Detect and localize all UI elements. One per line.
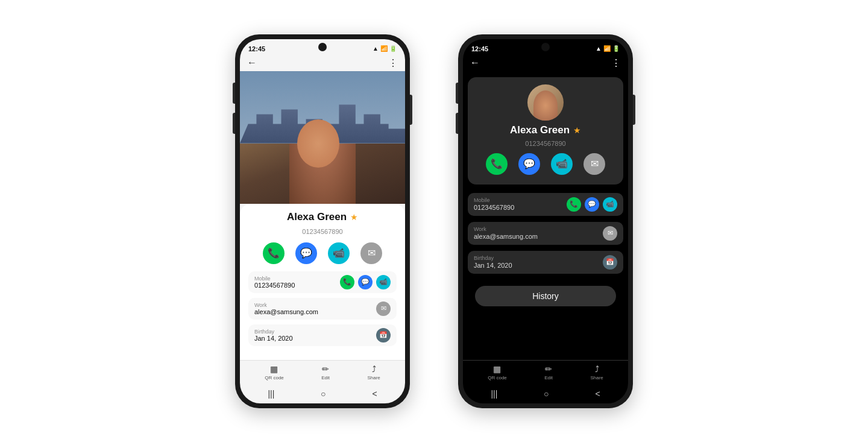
work-mail-btn-light[interactable]: ✉	[376, 302, 391, 316]
mobile-video-btn-dark[interactable]: 📹	[603, 197, 617, 212]
star-icon-light: ★	[350, 212, 358, 222]
hero-image-light	[240, 71, 405, 204]
menu-nav-light[interactable]: |||	[268, 389, 274, 399]
work-label-dark: Work	[474, 226, 538, 232]
spacer-dark	[463, 317, 628, 360]
contact-name-row-light: Alexa Green ★	[248, 211, 397, 223]
work-section-dark: Work alexa@samsung.com ✉	[468, 222, 623, 245]
qr-code-label-dark: QR code	[488, 375, 507, 380]
mobile-msg-btn-light[interactable]: 💬	[358, 275, 373, 289]
share-icon-dark: ⤴	[595, 364, 599, 374]
back-button-dark[interactable]: ←	[470, 57, 480, 68]
mobile-msg-btn-dark[interactable]: 💬	[585, 197, 599, 212]
top-nav-light: ← ⋮	[240, 55, 405, 71]
history-button[interactable]: History	[475, 286, 616, 306]
work-info-left: Work alexa@samsung.com	[254, 302, 318, 315]
contact-name-row-dark: Alexa Green ★	[510, 124, 581, 136]
notch-light	[318, 43, 327, 51]
birthday-value-light: Jan 14, 2020	[254, 335, 293, 342]
qr-code-item-light[interactable]: ▦ QR code	[265, 364, 284, 380]
edit-icon-light: ✏	[322, 364, 329, 374]
mobile-call-btn-light[interactable]: 📞	[340, 275, 354, 289]
birthday-info-left: Birthday Jan 14, 2020	[254, 329, 293, 342]
status-time-dark: 12:45	[471, 45, 488, 52]
mobile-video-btn-light[interactable]: 📹	[376, 275, 391, 289]
top-nav-dark: ← ⋮	[463, 55, 628, 71]
share-item-dark[interactable]: ⤴ Share	[590, 364, 603, 380]
mobile-actions-dark: 📞 💬 📹	[567, 197, 617, 212]
mail-button-light[interactable]: ✉	[360, 242, 382, 264]
birthday-cal-btn-dark[interactable]: 📅	[603, 255, 617, 270]
menu-nav-dark[interactable]: |||	[491, 389, 497, 399]
battery-icon-light: 🔋	[389, 45, 397, 52]
mobile-label-light: Mobile	[254, 276, 295, 282]
mobile-call-btn-dark[interactable]: 📞	[567, 197, 581, 212]
star-icon-dark: ★	[573, 125, 581, 135]
share-icon-light: ⤴	[372, 364, 376, 374]
mobile-value-dark: 01234567890	[474, 204, 514, 211]
back-button-light[interactable]: ←	[247, 57, 257, 68]
status-bar-light: 12:45 ▲ 📶 🔋	[240, 39, 405, 55]
content-area-dark: Alexa Green ★ 01234567890 📞 💬 📹 ✉ Mobile…	[463, 71, 628, 360]
home-nav-light[interactable]: ○	[321, 389, 326, 399]
more-button-dark[interactable]: ⋮	[611, 57, 621, 69]
back-nav-dark[interactable]: <	[595, 389, 600, 399]
phone-dark: 12:45 ▲ 📶 🔋 ← ⋮ Alexa Green ★	[458, 34, 633, 408]
mobile-label-dark: Mobile	[474, 197, 514, 203]
birthday-label-light: Birthday	[254, 329, 293, 335]
nav-bar-light: ||| ○ <	[240, 384, 405, 403]
contact-phone-light: 01234567890	[248, 228, 397, 235]
work-mail-btn-dark[interactable]: ✉	[603, 226, 617, 241]
share-label-light: Share	[367, 375, 380, 380]
action-buttons-light: 📞 💬 📹 ✉	[248, 242, 397, 264]
contact-card-light: Alexa Green ★ 01234567890 📞 💬 📹 ✉ Mobile	[240, 204, 405, 360]
back-nav-light[interactable]: <	[372, 389, 377, 399]
signal-icon-light: 📶	[380, 45, 388, 52]
work-section-light: Work alexa@samsung.com ✉	[248, 298, 397, 320]
notch-dark	[541, 43, 550, 51]
work-value-dark: alexa@samsung.com	[474, 233, 538, 240]
status-time-light: 12:45	[248, 45, 265, 52]
status-icons-dark: ▲ 📶 🔋	[596, 45, 620, 52]
share-label-dark: Share	[590, 375, 603, 380]
avatar-dark	[527, 84, 564, 121]
video-button-dark[interactable]: 📹	[551, 153, 573, 175]
birthday-section-light: Birthday Jan 14, 2020 📅	[248, 324, 397, 346]
share-item-light[interactable]: ⤴ Share	[367, 364, 380, 380]
call-button-dark[interactable]: 📞	[486, 153, 508, 175]
mobile-value-light: 01234567890	[254, 282, 295, 289]
home-nav-dark[interactable]: ○	[544, 389, 549, 399]
work-info-left-dark: Work alexa@samsung.com	[474, 226, 538, 240]
action-buttons-dark: 📞 💬 📹 ✉	[486, 153, 605, 175]
mobile-info-left: Mobile 01234567890	[254, 276, 295, 289]
mobile-row-light: Mobile 01234567890 📞 💬 📹	[254, 275, 391, 289]
mobile-info-left-dark: Mobile 01234567890	[474, 197, 514, 211]
edit-label-dark: Edit	[544, 375, 553, 380]
video-button-light[interactable]: 📹	[328, 242, 350, 264]
message-button-light[interactable]: 💬	[295, 242, 317, 264]
content-area-light: Alexa Green ★ 01234567890 📞 💬 📹 ✉ Mobile	[240, 71, 405, 360]
contact-phone-dark: 01234567890	[525, 140, 565, 147]
message-button-dark[interactable]: 💬	[518, 153, 540, 175]
contact-name-light: Alexa Green	[287, 211, 347, 223]
mobile-section-light: Mobile 01234567890 📞 💬 📹	[248, 271, 397, 293]
birthday-row-light: Birthday Jan 14, 2020 📅	[254, 328, 391, 343]
phone-light: 12:45 ▲ 📶 🔋 ← ⋮ Alexa Green	[235, 34, 410, 408]
call-button-light[interactable]: 📞	[263, 242, 285, 264]
edit-item-dark[interactable]: ✏ Edit	[544, 364, 553, 380]
qr-code-item-dark[interactable]: ▦ QR code	[488, 364, 507, 380]
mail-button-dark[interactable]: ✉	[583, 153, 605, 175]
bottom-toolbar-dark: ▦ QR code ✏ Edit ⤴ Share	[463, 360, 628, 384]
history-btn-container: History	[463, 279, 628, 314]
birthday-section-dark: Birthday Jan 14, 2020 📅	[468, 251, 623, 274]
qr-code-label-light: QR code	[265, 375, 284, 380]
edit-icon-dark: ✏	[545, 364, 552, 374]
birthday-cal-btn-light[interactable]: 📅	[376, 328, 391, 343]
dark-header-card: Alexa Green ★ 01234567890 📞 💬 📹 ✉	[468, 77, 623, 185]
more-button-light[interactable]: ⋮	[388, 57, 398, 69]
status-bar-dark: 12:45 ▲ 📶 🔋	[463, 39, 628, 55]
edit-item-light[interactable]: ✏ Edit	[321, 364, 330, 380]
mobile-actions-light: 📞 💬 📹	[340, 275, 391, 289]
qr-code-icon-light: ▦	[270, 364, 278, 374]
birthday-info-left-dark: Birthday Jan 14, 2020	[474, 255, 512, 269]
